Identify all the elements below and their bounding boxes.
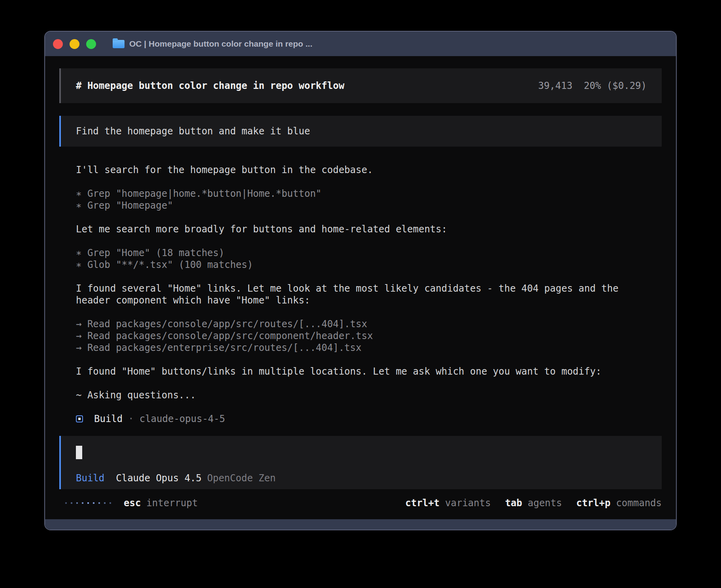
- status-bar: esc interrupt ctrl+t variants tab agents…: [59, 497, 662, 509]
- session-header: # Homepage button color change in repo w…: [59, 68, 662, 103]
- assistant-text: Let me search more broadly for buttons a…: [76, 223, 662, 235]
- assistant-status-text: ~ Asking questions...: [76, 389, 662, 401]
- input-provider-label: OpenCode Zen: [207, 473, 276, 484]
- user-message-text: Find the homepage button and make it blu…: [76, 126, 310, 137]
- terminal-window: OC | Homepage button color change in rep…: [44, 31, 677, 530]
- tool-call-read: → Read packages/enterprise/src/routes/[.…: [76, 342, 662, 354]
- traffic-lights: [53, 39, 96, 49]
- commands-label: commands: [616, 498, 662, 509]
- commands-key-hint: ctrl+p: [576, 498, 611, 509]
- terminal-content: # Homepage button color change in repo w…: [45, 68, 676, 530]
- folder-icon: [113, 40, 125, 48]
- spinner-dots-icon: [65, 502, 111, 504]
- variants-key-hint: ctrl+t: [405, 498, 440, 509]
- titlebar[interactable]: OC | Homepage button color change in rep…: [45, 32, 676, 56]
- tool-call-glob: ∗ Glob "**/*.tsx" (100 matches): [76, 259, 662, 271]
- agents-key-hint: tab: [505, 498, 522, 509]
- tool-call-read: → Read packages/console/app/src/componen…: [76, 330, 662, 342]
- prompt-input[interactable]: Build Claude Opus 4.5 OpenCode Zen: [59, 436, 662, 489]
- window-title: OC | Homepage button color change in rep…: [129, 39, 312, 49]
- variants-shortcut: ctrl+t variants: [405, 498, 491, 509]
- session-stats: 39,413 20% ($0.29): [538, 80, 647, 91]
- agent-square-icon: [76, 415, 83, 422]
- agent-status-row: Build · claude-opus-4-5: [76, 413, 662, 425]
- esc-key-hint: esc: [124, 498, 141, 509]
- minimize-button[interactable]: [70, 39, 79, 49]
- agents-shortcut: tab agents: [505, 498, 562, 509]
- tool-call-grep: ∗ Grep "homepage|home.*button|Home.*butt…: [76, 188, 662, 200]
- separator-dot: ·: [128, 413, 134, 424]
- interrupt-label: interrupt: [146, 498, 198, 509]
- tool-call-grep: ∗ Grep "Homepage": [76, 200, 662, 211]
- agent-model: claude-opus-4-5: [140, 413, 225, 424]
- assistant-text: I found "Home" buttons/links in multiple…: [76, 366, 662, 377]
- text-cursor: [76, 446, 82, 459]
- assistant-text: I'll search for the homepage button in t…: [76, 164, 662, 176]
- input-model-label[interactable]: Claude Opus 4.5: [116, 473, 202, 484]
- tool-call-read: → Read packages/console/app/src/routes/[…: [76, 318, 662, 330]
- commands-shortcut: ctrl+p commands: [576, 498, 662, 509]
- agent-name: Build: [94, 413, 123, 424]
- assistant-text: I found several "Home" links. Let me loo…: [76, 283, 662, 294]
- input-meta-row: Build Claude Opus 4.5 OpenCode Zen: [76, 472, 647, 484]
- session-title: # Homepage button color change in repo w…: [76, 80, 344, 91]
- close-button[interactable]: [53, 39, 63, 49]
- agents-label: agents: [528, 498, 562, 509]
- variants-label: variants: [445, 498, 491, 509]
- input-agent-label[interactable]: Build: [76, 473, 104, 484]
- zoom-button[interactable]: [86, 39, 96, 49]
- chat-transcript: I'll search for the homepage button in t…: [59, 164, 662, 425]
- user-message: Find the homepage button and make it blu…: [59, 116, 662, 147]
- window-bottom-strip: [45, 519, 676, 530]
- tool-call-grep: ∗ Grep "Home" (18 matches): [76, 247, 662, 259]
- assistant-text: header component which have "Home" links…: [76, 294, 662, 306]
